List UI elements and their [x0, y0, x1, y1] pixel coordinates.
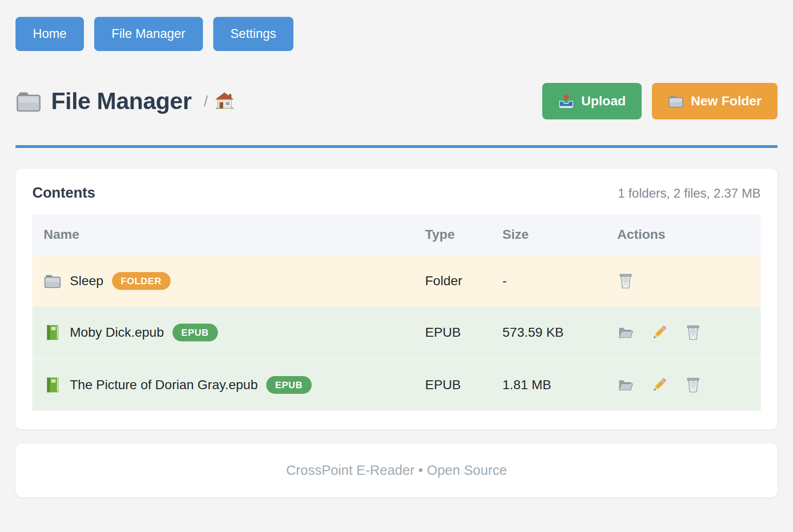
type-badge: EPUB — [266, 376, 312, 394]
table-row[interactable]: The Picture of Dorian Gray.epub EPUB EPU… — [32, 359, 761, 411]
contents-card: Contents 1 folders, 2 files, 2.37 MB Nam… — [15, 169, 778, 429]
file-name[interactable]: Moby Dick.epub — [70, 325, 164, 340]
type-badge: FOLDER — [112, 272, 171, 290]
row-actions — [617, 324, 749, 341]
column-header-actions: Actions — [606, 214, 761, 255]
upload-button-label: Upload — [581, 95, 626, 108]
file-name[interactable]: The Picture of Dorian Gray.epub — [70, 377, 258, 392]
rename-button[interactable] — [651, 377, 668, 393]
green-book-icon — [44, 376, 61, 394]
file-type: Folder — [414, 255, 491, 307]
outbox-tray-icon — [558, 93, 574, 109]
table-row[interactable]: Moby Dick.epub EPUB EPUB 573.59 KB — [32, 307, 761, 359]
header-actions: Upload New Folder — [542, 83, 778, 119]
nav-button-settings[interactable]: Settings — [213, 17, 294, 51]
open-folder-icon — [617, 324, 634, 341]
rename-button[interactable] — [651, 324, 668, 341]
trash-icon — [685, 324, 702, 341]
breadcrumb-separator: / — [204, 93, 208, 110]
name-cell: The Picture of Dorian Gray.epub EPUB — [44, 376, 403, 394]
move-button[interactable] — [617, 324, 634, 341]
column-header-type: Type — [414, 214, 491, 255]
move-button[interactable] — [617, 377, 634, 393]
file-name[interactable]: Sleep — [70, 273, 104, 288]
file-type: EPUB — [414, 359, 491, 411]
breadcrumb-home-link[interactable] — [215, 91, 234, 111]
pencil-icon — [651, 377, 668, 393]
page-title: File Manager — [51, 88, 192, 115]
contents-heading: Contents — [32, 185, 95, 201]
footer-card: CrossPoint E-Reader • Open Source — [15, 443, 778, 497]
open-folder-icon — [617, 377, 634, 393]
delete-button[interactable] — [685, 377, 702, 393]
page: Home File Manager Settings File Manager … — [0, 0, 793, 524]
trash-icon — [685, 377, 702, 393]
delete-button[interactable] — [685, 324, 702, 341]
page-header: File Manager / Upload New Folder — [15, 83, 778, 119]
name-cell: Sleep FOLDER — [44, 272, 403, 290]
contents-summary: 1 folders, 2 files, 2.37 MB — [618, 186, 761, 201]
name-cell: Moby Dick.epub EPUB — [44, 324, 403, 341]
folder-icon — [44, 272, 61, 290]
new-folder-button[interactable]: New Folder — [652, 83, 778, 119]
column-header-name: Name — [32, 214, 414, 255]
nav-button-home[interactable]: Home — [15, 17, 84, 51]
trash-icon — [617, 273, 634, 289]
home-icon — [215, 91, 234, 111]
file-size: 573.59 KB — [491, 307, 606, 359]
file-size: 1.81 MB — [491, 359, 606, 411]
row-actions — [617, 377, 749, 393]
row-actions — [617, 273, 749, 289]
column-header-size: Size — [491, 214, 606, 255]
header-divider — [15, 145, 778, 148]
pencil-icon — [651, 324, 668, 341]
contents-card-header: Contents 1 folders, 2 files, 2.37 MB — [32, 185, 761, 201]
nav-button-file-manager[interactable]: File Manager — [94, 17, 203, 51]
green-book-icon — [44, 324, 61, 341]
file-type: EPUB — [414, 307, 491, 359]
delete-button[interactable] — [617, 273, 634, 289]
file-size: - — [491, 255, 606, 307]
file-table-header: Name Type Size Actions — [32, 214, 761, 255]
new-folder-button-label: New Folder — [691, 95, 762, 108]
folder-icon — [15, 89, 42, 113]
type-badge: EPUB — [172, 324, 218, 341]
top-nav: Home File Manager Settings — [15, 17, 778, 51]
footer-text: CrossPoint E-Reader • Open Source — [286, 463, 507, 478]
table-row[interactable]: Sleep FOLDER Folder - — [32, 255, 761, 307]
file-table-body: Sleep FOLDER Folder - Moby Dick.epub EPU… — [32, 255, 761, 411]
upload-button[interactable]: Upload — [542, 83, 642, 119]
file-table: Name Type Size Actions Sleep FOLDER Fold… — [32, 214, 761, 411]
folder-icon — [668, 93, 684, 109]
title-area: File Manager / — [15, 88, 234, 115]
